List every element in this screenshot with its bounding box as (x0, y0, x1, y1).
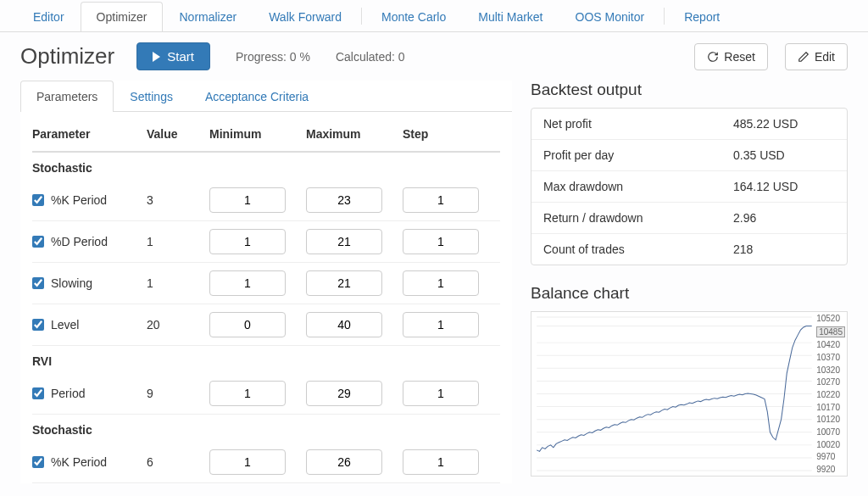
param-checkbox[interactable] (32, 277, 44, 289)
top-tab-optimizer[interactable]: Optimizer (81, 2, 164, 31)
param-row: Level20 (32, 304, 500, 346)
param-value: 1 (147, 235, 209, 248)
y-tick-label: 10220 (816, 390, 845, 399)
param-row: %D Period1 (32, 221, 500, 263)
param-max-input[interactable] (306, 187, 382, 213)
param-group-header: RVI (32, 346, 500, 373)
start-button[interactable]: Start (136, 42, 210, 70)
param-checkbox[interactable] (32, 236, 44, 248)
metric-name: Net profit (543, 117, 733, 131)
metric-name: Max drawdown (543, 180, 733, 193)
param-max-input[interactable] (306, 229, 382, 254)
param-name: %K Period (51, 455, 107, 469)
backtest-row: Max drawdown164.12 USD (531, 171, 847, 203)
top-tab-multi-market[interactable]: Multi Market (462, 2, 559, 31)
param-step-input[interactable] (403, 229, 479, 254)
metric-value: 485.22 USD (733, 117, 835, 131)
param-group-header: Stochastic (32, 415, 500, 442)
param-row: Period9 (32, 373, 500, 415)
y-tick-label: 10120 (816, 415, 845, 424)
chart-svg (531, 312, 847, 476)
calculated-text: Calculated: 0 (336, 50, 405, 64)
param-min-input[interactable] (209, 312, 286, 337)
param-max-input[interactable] (306, 270, 382, 296)
param-min-input[interactable] (209, 229, 286, 254)
param-step-input[interactable] (403, 187, 479, 213)
top-tab-monte-carlo[interactable]: Monte Carlo (365, 2, 462, 31)
y-tick-label: 10420 (816, 340, 845, 349)
toolbar: Optimizer Start Progress: 0 % Calculated… (0, 32, 868, 81)
edit-button[interactable]: Edit (785, 43, 848, 70)
param-step-input[interactable] (403, 381, 479, 406)
metric-name: Profit per day (543, 148, 733, 162)
sub-tab-acceptance-criteria[interactable]: Acceptance Criteria (189, 81, 325, 112)
metric-name: Return / drawdown (543, 211, 733, 225)
param-checkbox[interactable] (32, 456, 44, 468)
y-tick-label: 10070 (816, 427, 845, 437)
param-header-row: Parameter Value Minimum Maximum Step (32, 122, 500, 153)
param-value: 9 (147, 387, 209, 400)
top-tab-editor[interactable]: Editor (17, 2, 81, 31)
param-checkbox[interactable] (32, 194, 44, 206)
y-tick-label: 9920 (816, 465, 845, 474)
y-tick-label: 10320 (816, 365, 845, 375)
param-value: 3 (147, 193, 209, 207)
y-tick-label: 10020 (816, 440, 845, 449)
start-label: Start (167, 49, 194, 64)
top-tab-oos-monitor[interactable]: OOS Monitor (559, 2, 661, 31)
top-tab-report[interactable]: Report (668, 2, 736, 31)
progress-text: Progress: 0 % (236, 50, 310, 64)
y-tick-label: 9970 (816, 452, 845, 461)
pencil-icon (798, 51, 810, 63)
y-axis-labels: 1052010485104201037010320102701022010170… (816, 314, 845, 474)
y-tick-label: 10170 (816, 403, 845, 412)
backtest-title: Backtest output (531, 81, 848, 99)
backtest-table: Net profit485.22 USDProfit per day0.35 U… (531, 108, 848, 265)
sub-tab-settings[interactable]: Settings (114, 81, 189, 112)
param-min-input[interactable] (209, 187, 286, 213)
y-tick-label: 10520 (816, 314, 845, 323)
param-step-input[interactable] (403, 449, 479, 475)
param-row: %K Period6 (32, 442, 500, 483)
param-min-input[interactable] (209, 381, 286, 406)
param-checkbox[interactable] (32, 387, 44, 399)
param-table: Parameter Value Minimum Maximum Step Sto… (20, 112, 512, 483)
backtest-row: Net profit485.22 USD (531, 109, 847, 140)
backtest-row: Return / drawdown2.96 (531, 203, 847, 234)
param-min-input[interactable] (209, 449, 286, 475)
param-max-input[interactable] (306, 381, 382, 406)
param-row: %K Period3 (32, 180, 500, 221)
metric-value: 218 (733, 242, 835, 256)
param-group-header: Stochastic (32, 153, 500, 180)
metric-value: 0.35 USD (733, 148, 835, 162)
top-tab-walk-forward[interactable]: Walk Forward (253, 2, 358, 31)
backtest-row: Count of trades218 (531, 234, 847, 265)
param-max-input[interactable] (306, 449, 382, 475)
balance-chart: 1052010485104201037010320102701022010170… (531, 311, 848, 476)
page-title: Optimizer (20, 43, 114, 70)
y-tick-label: 10370 (816, 353, 845, 362)
param-min-input[interactable] (209, 270, 286, 296)
param-step-input[interactable] (403, 270, 479, 296)
balance-title: Balance chart (531, 284, 848, 303)
reset-button[interactable]: Reset (694, 43, 768, 70)
output-panel: Backtest output Net profit485.22 USDProf… (531, 81, 848, 483)
metric-name: Count of trades (543, 242, 733, 256)
param-name: Period (51, 387, 85, 400)
top-tab-normalizer[interactable]: Normalizer (163, 2, 253, 31)
param-name: %D Period (51, 235, 108, 248)
metric-value: 164.12 USD (733, 180, 835, 193)
param-value: 1 (147, 276, 209, 290)
y-tick-label: 10485 (816, 326, 845, 337)
param-name: Slowing (51, 276, 92, 290)
param-value: 6 (147, 455, 209, 469)
param-max-input[interactable] (306, 312, 382, 337)
param-name: %K Period (51, 193, 107, 207)
param-checkbox[interactable] (32, 319, 44, 331)
refresh-icon (707, 51, 719, 63)
param-name: Level (51, 318, 79, 332)
sub-tabs: ParametersSettingsAcceptance Criteria (20, 81, 512, 112)
sub-tab-parameters[interactable]: Parameters (20, 81, 114, 112)
param-step-input[interactable] (403, 312, 479, 337)
metric-value: 2.96 (733, 211, 835, 225)
